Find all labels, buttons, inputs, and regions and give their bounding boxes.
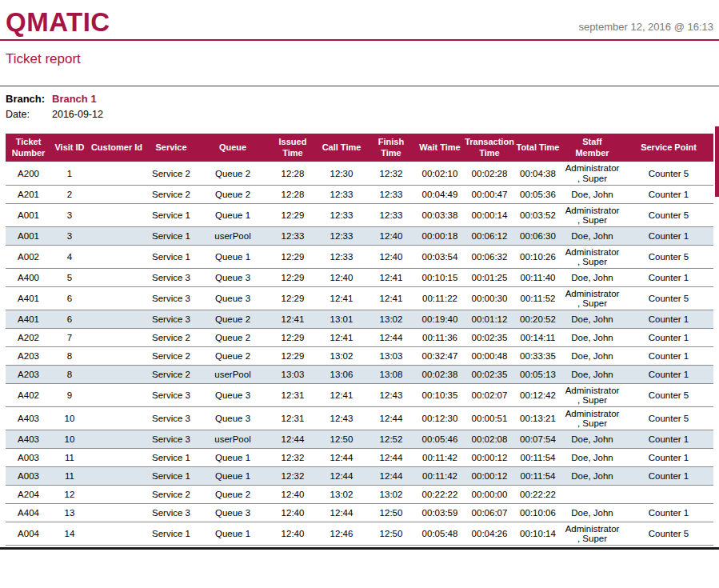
table-row: A4029Service 3Queue 312:3112:4112:4300:1…	[6, 383, 713, 406]
table-cell: 00:02:28	[464, 162, 515, 185]
table-cell: A202	[6, 328, 51, 346]
table-cell: 12:29	[269, 268, 317, 286]
table-cell: Doe, John	[561, 467, 624, 486]
table-cell: 00:12:42	[515, 383, 561, 406]
table-cell: 9	[51, 383, 88, 406]
table-cell: A403	[6, 430, 51, 449]
table-cell: 12:50	[366, 504, 416, 522]
table-cell: 12:40	[366, 226, 416, 245]
table-cell: Service 3	[146, 383, 197, 406]
column-header: Service	[146, 134, 197, 162]
table-cell: Doe, John	[561, 449, 624, 467]
table-cell	[88, 486, 146, 504]
table-cell: Service 2	[146, 365, 197, 383]
table-cell	[88, 504, 146, 522]
table-row: A4016Service 3Queue 212:4113:0113:0200:1…	[6, 310, 713, 328]
table-cell: 12:44	[366, 407, 416, 430]
table-cell: 00:01:25	[464, 268, 515, 286]
table-cell: 00:32:47	[416, 346, 464, 365]
branch-value: Branch 1	[52, 93, 97, 105]
table-cell: 12:28	[269, 162, 317, 185]
table-cell: Queue 2	[197, 162, 269, 185]
table-row: A0024Service 1Queue 112:2912:3312:4000:0…	[6, 245, 713, 268]
table-cell: Doe, John	[561, 328, 624, 346]
column-header: Total Time	[515, 134, 561, 162]
table-cell: Doe, John	[561, 365, 624, 383]
table-cell: Counter 1	[624, 467, 713, 486]
table-cell: Service 2	[146, 346, 197, 365]
table-cell: A204	[6, 486, 51, 504]
table-header-row: Ticket NumberVisit IDCustomer IdServiceQ…	[6, 134, 713, 162]
table-cell: 00:11:42	[416, 449, 464, 467]
table-cell: 12:44	[366, 328, 416, 346]
table-cell: Counter 5	[624, 286, 713, 310]
table-cell: Counter 1	[624, 504, 713, 522]
table-cell: Queue 2	[197, 486, 269, 504]
table-cell: 00:13:21	[515, 407, 561, 430]
table-cell: 00:10:14	[515, 522, 561, 546]
table-cell: Service 1	[146, 449, 197, 467]
table-cell: 00:02:38	[416, 365, 464, 383]
table-cell: Administrator , Super	[561, 383, 624, 406]
report-datetime: september 12, 2016 @ 16:13	[578, 21, 713, 35]
table-cell: 13:08	[366, 365, 416, 383]
table-cell: 00:20:52	[515, 310, 561, 328]
table-cell: 00:00:14	[464, 203, 515, 226]
table-cell: 12:46	[317, 522, 366, 546]
table-cell: A203	[6, 346, 51, 365]
report-meta: Branch:Branch 1 Date:2016-09-12	[6, 92, 713, 122]
table-cell: Doe, John	[561, 430, 624, 449]
table-cell: 12:44	[366, 467, 416, 486]
table-cell: 12:29	[269, 203, 317, 226]
table-cell: Service 1	[146, 245, 197, 268]
table-cell: Doe, John	[561, 185, 624, 203]
table-cell: 13:03	[366, 346, 416, 365]
table-cell: 12:28	[269, 185, 317, 203]
header-divider	[0, 39, 719, 41]
table-cell: 13:03	[269, 365, 317, 383]
table-cell: 12:50	[366, 522, 416, 546]
table-cell	[88, 310, 146, 328]
table-cell: 12:50	[317, 430, 366, 449]
table-cell: 12	[51, 486, 88, 504]
table-cell: Counter 1	[624, 365, 713, 383]
table-cell: Service 3	[146, 286, 197, 310]
table-row: A4016Service 3Queue 312:2912:4112:4100:1…	[6, 286, 713, 310]
table-cell: 10	[51, 407, 88, 430]
table-cell: A003	[6, 467, 51, 486]
table-cell: Counter 5	[624, 203, 713, 226]
table-cell: 12:40	[317, 268, 366, 286]
table-cell: 12:41	[317, 286, 366, 310]
table-cell: 00:00:47	[464, 185, 515, 203]
table-cell: A201	[6, 185, 51, 203]
table-cell	[88, 185, 146, 203]
table-cell: Service 2	[146, 328, 197, 346]
table-cell: 00:06:12	[464, 226, 515, 245]
table-cell: 00:03:54	[416, 245, 464, 268]
table-cell: Administrator , Super	[561, 407, 624, 430]
table-cell: 00:11:36	[416, 328, 464, 346]
table-cell: 14	[51, 522, 88, 546]
column-header: Queue	[197, 134, 269, 162]
table-cell: 12:33	[269, 226, 317, 245]
table-cell: 12:32	[269, 449, 317, 467]
table-cell: 00:04:38	[515, 162, 561, 185]
date-value: 2016-09-12	[52, 109, 103, 120]
table-cell: 00:02:10	[416, 162, 464, 185]
table-cell: 12:41	[317, 328, 366, 346]
table-cell: 00:19:40	[416, 310, 464, 328]
scrollbar-thumb[interactable]	[715, 126, 719, 197]
table-cell: 00:11:42	[416, 467, 464, 486]
table-cell: 12:32	[366, 162, 416, 185]
table-cell: Service 1	[146, 522, 197, 546]
table-cell: 00:02:08	[464, 430, 515, 449]
table-cell	[88, 226, 146, 245]
table-cell: Doe, John	[561, 346, 624, 365]
table-cell	[88, 346, 146, 365]
table-cell: 00:07:54	[515, 430, 561, 449]
table-cell: Queue 3	[197, 383, 269, 406]
table-cell: A400	[6, 268, 51, 286]
table-cell: 00:06:30	[515, 226, 561, 245]
table-cell: Administrator , Super	[561, 162, 624, 185]
table-cell: 00:00:30	[464, 286, 515, 310]
